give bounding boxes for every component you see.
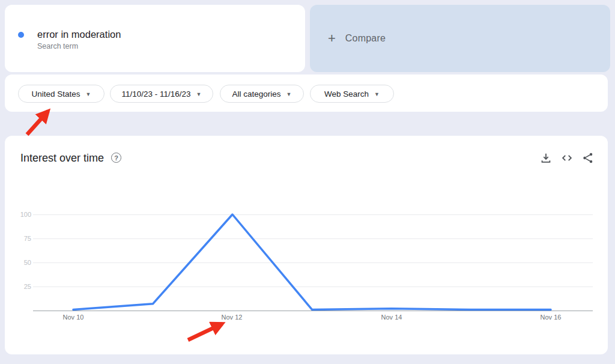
chevron-down-icon: ▼	[374, 91, 380, 97]
download-icon[interactable]	[539, 151, 553, 165]
x-tick-label: Nov 10	[52, 314, 94, 321]
category-filter-label: All categories	[232, 89, 281, 99]
date-range-filter-label: 11/10/23 - 11/16/23	[121, 89, 190, 99]
trend-line-chart	[5, 136, 608, 354]
y-tick-label: 25	[8, 283, 31, 290]
gridline-25	[33, 287, 593, 287]
search-type-filter-dropdown[interactable]: Web Search ▼	[310, 85, 394, 103]
series-color-dot-icon	[18, 32, 24, 38]
y-tick-label: 75	[8, 235, 31, 242]
date-range-filter-dropdown[interactable]: 11/10/23 - 11/16/23 ▼	[110, 85, 213, 103]
geo-filter-dropdown[interactable]: United States ▼	[18, 85, 105, 103]
gridline-100	[33, 214, 593, 215]
help-icon[interactable]: ?	[111, 153, 121, 163]
y-tick-label: 50	[8, 259, 31, 266]
interest-over-time-card: Interest over time ?	[5, 136, 608, 354]
embed-code-icon[interactable]	[560, 151, 574, 165]
x-tick-label: Nov 16	[530, 314, 572, 321]
arrow-to-geo-filter	[27, 111, 48, 135]
chart-toolbar	[539, 151, 595, 165]
search-term-card[interactable]: error in moderation Search term	[5, 5, 305, 72]
chevron-down-icon: ▼	[86, 91, 91, 97]
search-term-text: error in moderation	[37, 28, 121, 40]
filter-bar: United States ▼ 11/10/23 - 11/16/23 ▼ Al…	[5, 74, 608, 112]
y-tick-label: 100	[8, 211, 31, 218]
geo-filter-label: United States	[32, 89, 80, 99]
chart-title: Interest over time	[20, 151, 104, 165]
category-filter-dropdown[interactable]: All categories ▼	[220, 85, 304, 103]
compare-label: Compare	[345, 33, 386, 44]
gridline-75	[33, 238, 593, 239]
x-axis-line	[33, 311, 593, 311]
google-trends-page: error in moderation Search term + Compar…	[0, 0, 615, 364]
share-icon[interactable]	[581, 151, 595, 165]
x-tick-label: Nov 14	[371, 314, 413, 321]
x-tick-label: Nov 12	[211, 314, 253, 321]
help-icon-glyph: ?	[114, 154, 118, 162]
chevron-down-icon: ▼	[196, 91, 202, 97]
chevron-down-icon: ▼	[286, 91, 292, 97]
search-type-filter-label: Web Search	[324, 89, 369, 99]
plus-icon: +	[328, 32, 336, 45]
search-term-type-label: Search term	[37, 41, 78, 51]
gridline-50	[33, 262, 593, 263]
compare-button[interactable]: + Compare	[310, 5, 610, 72]
